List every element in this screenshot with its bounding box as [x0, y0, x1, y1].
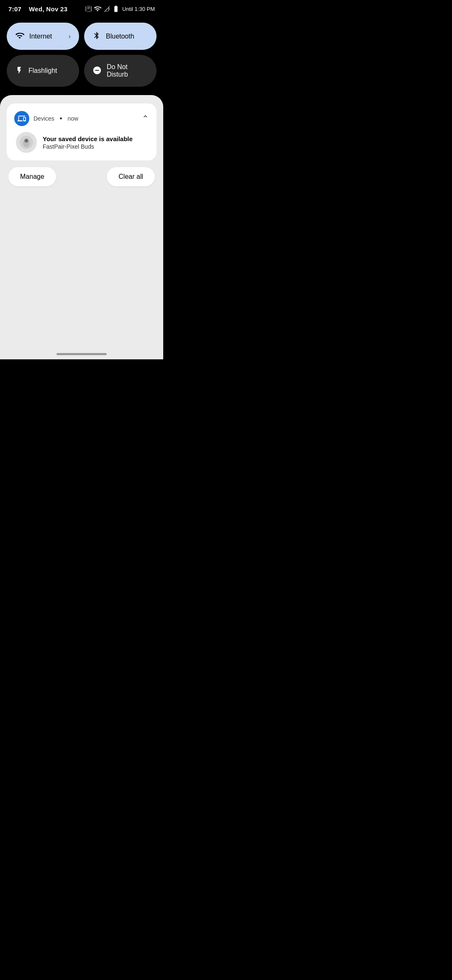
clear-all-button[interactable]: Clear all — [107, 167, 155, 186]
wifi-status-icon — [94, 5, 101, 13]
battery-label: Until 1:30 PM — [122, 6, 155, 12]
quick-tiles-grid: Internet › Bluetooth Flashlight Do Not D… — [0, 16, 163, 95]
devices-app-icon — [14, 111, 29, 126]
devices-notification-card: Devices • now ⌃ Your saved device is ava… — [7, 103, 157, 160]
status-icons: 📳 — [85, 5, 120, 13]
dnd-tile-label: Do Not Disturb — [107, 63, 148, 78]
notification-text-block: Your saved device is available FastPair-… — [43, 135, 133, 150]
notification-app-name: Devices — [33, 115, 54, 122]
status-time: 7:07 — [8, 5, 21, 13]
notification-collapse-button[interactable]: ⌃ — [142, 113, 149, 124]
wifi-icon — [15, 31, 24, 41]
do-not-disturb-tile[interactable]: Do Not Disturb — [84, 55, 157, 87]
notification-dot: • — [60, 115, 62, 122]
flashlight-tile-label: Flashlight — [28, 67, 57, 75]
notification-title: Your saved device is available — [43, 135, 133, 142]
signal-icon — [103, 5, 110, 13]
status-right-area: 📳 Until 1:30 PM — [85, 5, 155, 13]
flashlight-icon — [15, 66, 23, 76]
internet-tile-label: Internet — [29, 33, 52, 40]
vibrate-icon: 📳 — [85, 5, 92, 12]
home-indicator-area — [0, 346, 163, 359]
status-time-date: 7:07 Wed, Nov 23 — [8, 5, 67, 13]
notification-subtitle: FastPair-Pixel Buds — [43, 143, 133, 150]
manage-button[interactable]: Manage — [8, 167, 56, 186]
svg-point-3 — [25, 139, 28, 142]
notification-time: now — [67, 115, 78, 122]
bluetooth-tile[interactable]: Bluetooth — [84, 23, 157, 50]
internet-chevron-icon: › — [69, 33, 71, 40]
bluetooth-tile-label: Bluetooth — [106, 33, 134, 40]
flashlight-tile[interactable]: Flashlight — [7, 55, 79, 87]
notification-header: Devices • now ⌃ — [14, 111, 149, 126]
notification-area: Devices • now ⌃ Your saved device is ava… — [0, 95, 163, 346]
notification-content: Your saved device is available FastPair-… — [14, 132, 149, 153]
status-bar: 7:07 Wed, Nov 23 📳 Until 1:30 PM — [0, 0, 163, 16]
battery-icon — [112, 5, 120, 13]
notification-action-buttons: Manage Clear all — [7, 167, 157, 186]
pixel-buds-icon — [19, 135, 34, 150]
home-indicator-bar — [56, 353, 107, 355]
notification-app-info: Devices • now — [14, 111, 78, 126]
pixel-buds-avatar — [16, 132, 37, 153]
internet-tile[interactable]: Internet › — [7, 23, 79, 50]
status-date: Wed, Nov 23 — [29, 5, 67, 13]
dnd-icon — [92, 66, 102, 76]
bluetooth-icon — [92, 31, 101, 41]
